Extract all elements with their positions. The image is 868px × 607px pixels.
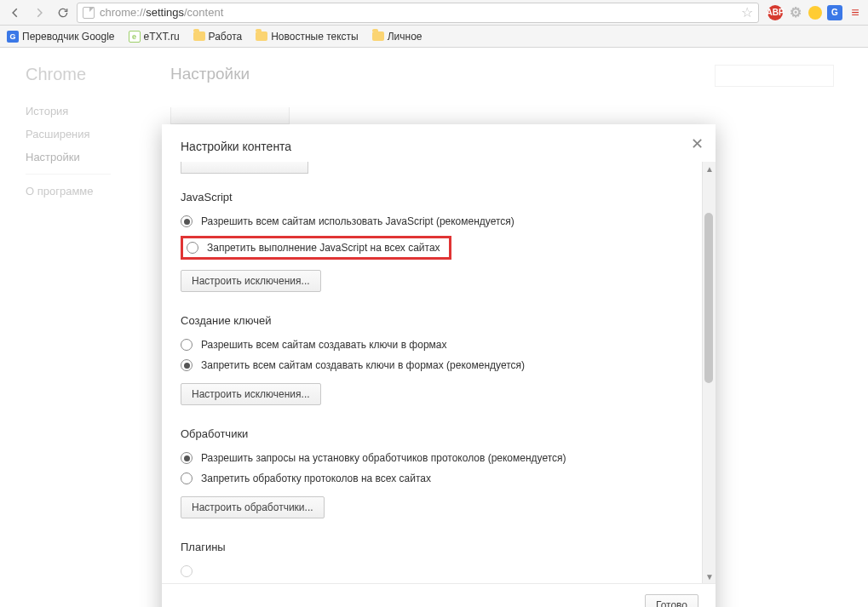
radio-label: Запретить всем сайтам создавать ключи в …: [201, 359, 525, 371]
radio-icon: [181, 565, 193, 577]
radio-keygen-block[interactable]: Запретить всем сайтам создавать ключи в …: [181, 359, 712, 371]
radio-label: Разрешить всем сайтам создавать ключи в …: [201, 339, 447, 351]
section-plugins: Плагины: [181, 541, 712, 577]
section-title: JavaScript: [181, 191, 712, 203]
bookmark-translator[interactable]: G Переводчик Google: [7, 31, 115, 43]
bookmark-star-icon[interactable]: ☆: [741, 4, 753, 20]
scroll-down-icon[interactable]: ▼: [703, 570, 716, 583]
gear-icon[interactable]: ⚙: [788, 5, 803, 20]
section-title: Плагины: [181, 541, 712, 553]
omnibox[interactable]: chrome://settings/content ☆: [77, 3, 759, 23]
section-javascript: JavaScript Разрешить всем сайтам использ…: [181, 191, 712, 297]
radio-label: Запретить выполнение JavaScript на всех …: [207, 242, 440, 254]
radio-label: Запретить обработку протоколов на всех с…: [201, 472, 431, 484]
bookmark-label: Новостные тексты: [271, 31, 359, 43]
bookmark-label: Переводчик Google: [22, 31, 115, 43]
forward-button[interactable]: [29, 3, 49, 23]
bookmark-folder-personal[interactable]: Личное: [372, 31, 423, 43]
folder-icon: [372, 31, 384, 41]
scroll-thumb[interactable]: [704, 213, 713, 383]
bookmark-label: Личное: [388, 31, 423, 43]
bookmark-etxt[interactable]: e eTXT.ru: [129, 31, 180, 43]
dialog-close-button[interactable]: ✕: [691, 135, 704, 153]
translate-ext-icon[interactable]: G: [827, 5, 842, 20]
bookmark-label: eTXT.ru: [144, 31, 180, 43]
radio-icon: [181, 452, 193, 464]
abp-icon[interactable]: ABP: [767, 5, 783, 20]
dialog-title: Настройки контента: [181, 140, 291, 153]
done-button[interactable]: Готово: [645, 594, 698, 607]
radio-handlers-allow[interactable]: Разрешить запросы на установку обработчи…: [181, 452, 712, 464]
etxt-icon: e: [129, 31, 141, 43]
yellow-ext-icon[interactable]: [808, 6, 822, 20]
page-icon: [83, 7, 95, 19]
truncated-button[interactable]: [181, 162, 308, 174]
bookmarks-bar: G Переводчик Google e eTXT.ru Работа Нов…: [0, 26, 868, 48]
bookmark-label: Работа: [209, 31, 243, 43]
radio-icon: [181, 339, 193, 351]
highlighted-option: Запретить выполнение JavaScript на всех …: [181, 236, 451, 260]
radio-label: Разрешить запросы на установку обработчи…: [201, 452, 566, 464]
radio-keygen-allow[interactable]: Разрешить всем сайтам создавать ключи в …: [181, 339, 712, 351]
extension-icons: ABP ⚙ G ≡: [762, 5, 863, 20]
radio-icon: [181, 472, 193, 484]
dialog-header: Настройки контента ✕: [162, 124, 716, 162]
radio-label: Разрешить всем сайтам использовать JavaS…: [201, 215, 514, 227]
radio-js-block[interactable]: Запретить выполнение JavaScript на всех …: [187, 242, 440, 254]
dialog-scrollbar[interactable]: ▲ ▼: [702, 162, 716, 583]
handlers-manage-button[interactable]: Настроить обработчики...: [181, 496, 325, 518]
bookmark-folder-news[interactable]: Новостные тексты: [256, 31, 359, 43]
browser-menu-icon[interactable]: ≡: [848, 5, 863, 20]
section-handlers: Обработчики Разрешить запросы на установ…: [181, 427, 712, 524]
translate-icon: G: [7, 31, 19, 43]
browser-toolbar: chrome://settings/content ☆ ABP ⚙ G ≡: [0, 0, 868, 26]
content-settings-dialog: Настройки контента ✕ JavaScript Разрешит…: [162, 124, 716, 607]
section-keygen: Создание ключей Разрешить всем сайтам со…: [181, 314, 712, 410]
js-exceptions-button[interactable]: Настроить исключения...: [181, 270, 321, 292]
radio-plugins-first[interactable]: [181, 565, 712, 577]
scroll-up-icon[interactable]: ▲: [703, 162, 716, 175]
folder-icon: [193, 31, 205, 41]
radio-js-allow[interactable]: Разрешить всем сайтам использовать JavaS…: [181, 215, 712, 227]
keygen-exceptions-button[interactable]: Настроить исключения...: [181, 383, 321, 405]
radio-handlers-block[interactable]: Запретить обработку протоколов на всех с…: [181, 472, 712, 484]
folder-icon: [256, 31, 267, 41]
section-title: Обработчики: [181, 427, 712, 440]
dialog-footer: Готово: [162, 583, 716, 607]
radio-icon: [181, 359, 193, 371]
omnibox-url: chrome://settings/content: [100, 6, 223, 19]
radio-icon: [181, 215, 193, 227]
back-button[interactable]: [5, 3, 26, 23]
reload-button[interactable]: [53, 3, 73, 23]
bookmark-folder-work[interactable]: Работа: [193, 31, 243, 43]
radio-icon: [187, 242, 198, 254]
section-title: Создание ключей: [181, 314, 712, 327]
dialog-body: JavaScript Разрешить всем сайтам использ…: [162, 162, 716, 583]
